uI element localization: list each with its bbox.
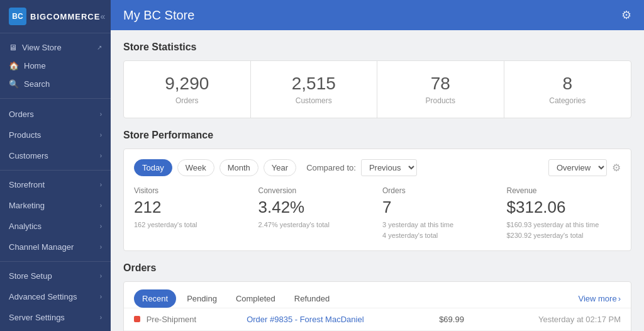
stats-grid: 9,290 Orders 2,515 Customers 78 Products… xyxy=(123,60,631,118)
home-icon: 🏠 xyxy=(9,61,19,70)
sidebar-logo: BC BIGCOMMERCE « xyxy=(0,0,111,33)
stat-customers: 2,515 Customers xyxy=(251,61,378,118)
sidebar-home[interactable]: 🏠 Home xyxy=(0,57,111,75)
sidebar-item-orders[interactable]: Orders › xyxy=(0,104,111,125)
sidebar-item-channel-manager[interactable]: Channel Manager › xyxy=(0,237,111,257)
page-title: My BC Store xyxy=(123,8,194,23)
table-row: Pre-Shipment Order #9835 - Forest MacDan… xyxy=(124,308,631,331)
performance-section-title: Store Performance xyxy=(123,130,631,141)
main-content: My BC Store ⚙ Store Statistics 9,290 Ord… xyxy=(111,0,644,331)
sidebar-item-storefront[interactable]: Storefront › xyxy=(0,174,111,195)
order-date: Yesterday at 02:17 PM xyxy=(491,308,631,331)
order-status-cell: Pre-Shipment xyxy=(124,308,236,331)
chevron-right-icon: › xyxy=(100,181,102,188)
tab-week[interactable]: Week xyxy=(177,159,214,176)
chevron-right-icon: › xyxy=(100,132,102,138)
sidebar-logo-text: BIGCOMMERCE xyxy=(30,12,100,21)
tab-year[interactable]: Year xyxy=(264,159,296,176)
stats-section-title: Store Statistics xyxy=(123,42,631,53)
stat-customers-value: 2,515 xyxy=(261,74,367,94)
content-area: Store Statistics 9,290 Orders 2,515 Cust… xyxy=(111,30,644,331)
order-link[interactable]: Order #9835 - Forest MacDaniel xyxy=(247,315,364,324)
orders-section-title: Orders xyxy=(123,262,631,274)
performance-toolbar: Today Week Month Year Compared to: Previ… xyxy=(134,159,621,176)
compared-label: Compared to: xyxy=(306,163,356,172)
view-more-link[interactable]: View more › xyxy=(578,294,621,303)
sidebar-item-products[interactable]: Products › xyxy=(0,125,111,145)
metric-visitors: Visitors 212 162 yesterday's total xyxy=(134,186,248,240)
sidebar-divider xyxy=(0,170,111,171)
sidebar-item-analytics[interactable]: Analytics › xyxy=(0,216,111,237)
chevron-right-icon: › xyxy=(100,202,102,209)
bigcommerce-icon: BC xyxy=(9,8,26,25)
external-link-icon: ↗ xyxy=(97,44,102,51)
chevron-right-icon: › xyxy=(100,272,102,279)
stat-orders: 9,290 Orders xyxy=(124,61,251,118)
sidebar-item-marketing[interactable]: Marketing › xyxy=(0,195,111,216)
sidebar-view-store-label: View Store xyxy=(22,43,62,52)
sidebar-view-store[interactable]: 🖥 View Store ↗ xyxy=(0,38,111,57)
sidebar-nav: Orders › Products › Customers › Storefro… xyxy=(0,99,111,331)
stat-orders-label: Orders xyxy=(134,96,240,105)
overview-select[interactable]: Overview xyxy=(548,159,607,176)
tab-completed[interactable]: Completed xyxy=(228,289,284,308)
chevron-right-icon: › xyxy=(100,314,102,321)
chevron-right-icon: › xyxy=(100,293,102,300)
stat-customers-label: Customers xyxy=(261,96,367,105)
stat-products-label: Products xyxy=(387,96,494,105)
chevron-right-icon: › xyxy=(100,244,102,250)
orders-table: Pre-Shipment Order #9835 - Forest MacDan… xyxy=(124,308,631,331)
stat-orders-value: 9,290 xyxy=(134,74,240,94)
sidebar: BC BIGCOMMERCE « 🖥 View Store ↗ 🏠 Home 🔍… xyxy=(0,0,111,331)
topbar: My BC Store ⚙ xyxy=(111,0,644,30)
sidebar-divider xyxy=(0,261,111,262)
sidebar-item-store-setup[interactable]: Store Setup › xyxy=(0,266,111,286)
chevron-right-icon: › xyxy=(100,111,102,118)
metric-revenue: Revenue $312.06 $160.93 yesterday at thi… xyxy=(507,186,621,240)
metric-orders: Orders 7 3 yesterday at this time 4 yest… xyxy=(382,186,497,240)
metric-conversion: Conversion 3.42% 2.47% yesterday's total xyxy=(258,186,373,240)
tab-month[interactable]: Month xyxy=(219,159,258,176)
tab-refunded[interactable]: Refunded xyxy=(286,289,338,308)
sidebar-item-server-settings[interactable]: Server Settings › xyxy=(0,307,111,328)
search-icon: 🔍 xyxy=(9,79,19,89)
settings-icon[interactable]: ⚙ xyxy=(621,8,631,22)
settings-small-icon[interactable]: ⚙ xyxy=(612,162,621,174)
sidebar-home-label: Home xyxy=(24,61,46,70)
tab-recent[interactable]: Recent xyxy=(134,289,176,308)
orders-card: Recent Pending Completed Refunded View m… xyxy=(123,281,631,331)
chevron-right-icon: › xyxy=(100,152,102,159)
stat-products: 78 Products xyxy=(377,61,504,118)
tab-today[interactable]: Today xyxy=(134,159,172,176)
sidebar-search-label: Search xyxy=(24,79,50,89)
compared-select[interactable]: Previous xyxy=(361,159,417,176)
sidebar-top-links: 🖥 View Store ↗ 🏠 Home 🔍 Search xyxy=(0,33,111,99)
sidebar-collapse-button[interactable]: « xyxy=(100,11,105,21)
sidebar-item-advanced-settings[interactable]: Advanced Settings › xyxy=(0,286,111,307)
chevron-right-icon: › xyxy=(618,294,621,303)
chevron-right-icon: › xyxy=(100,223,102,230)
tab-pending[interactable]: Pending xyxy=(179,289,225,308)
orders-tabs: Recent Pending Completed Refunded xyxy=(134,289,338,308)
sidebar-search[interactable]: 🔍 Search xyxy=(0,75,111,93)
store-icon: 🖥 xyxy=(9,43,17,52)
stat-categories-label: Categories xyxy=(514,96,621,105)
performance-metrics: Visitors 212 162 yesterday's total Conve… xyxy=(134,186,621,240)
order-amount: $69.99 xyxy=(429,308,491,331)
stat-products-value: 78 xyxy=(387,74,494,94)
sidebar-item-customers[interactable]: Customers › xyxy=(0,145,111,166)
status-badge xyxy=(134,316,140,322)
stat-categories-value: 8 xyxy=(514,74,621,94)
performance-card: Today Week Month Year Compared to: Previ… xyxy=(123,149,631,251)
stat-categories: 8 Categories xyxy=(504,61,631,118)
